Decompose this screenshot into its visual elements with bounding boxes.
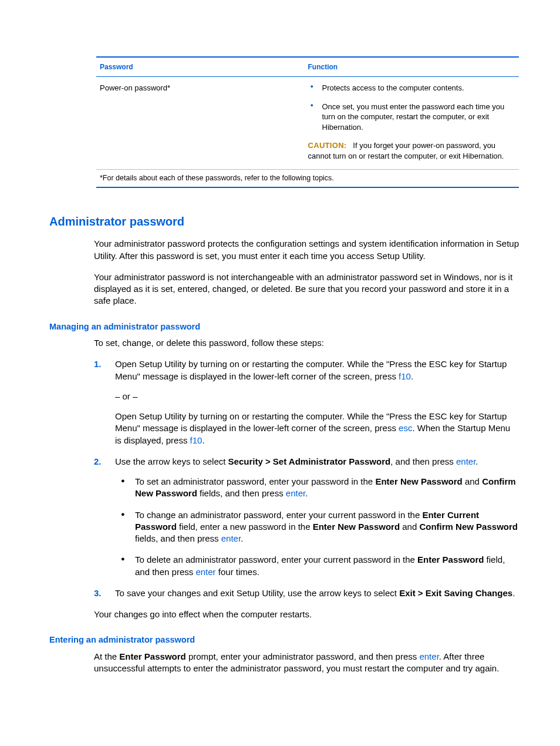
key-f10: f10 xyxy=(190,435,203,445)
bullet-text: . xyxy=(241,533,243,543)
function-item: Once set, you must enter the password ea… xyxy=(322,102,516,133)
key-enter: enter xyxy=(456,456,475,466)
header-function: Function xyxy=(305,57,519,77)
table-footnote-row: *For details about each of these passwor… xyxy=(96,170,519,187)
bullet-item: To change an administrator password, ent… xyxy=(135,509,519,545)
table-header: Password Function xyxy=(96,57,519,77)
step-text: . xyxy=(512,588,515,598)
header-password: Password xyxy=(96,57,305,77)
key-enter: enter xyxy=(286,488,305,498)
bullet-item: To set an administrator password, enter … xyxy=(135,476,519,500)
step-text: Use the arrow keys to select xyxy=(115,456,228,466)
bold-field: Confirm New Password xyxy=(419,522,518,532)
enter-text: At the xyxy=(94,651,119,661)
step-text: Open Setup Utility by turning on or rest… xyxy=(115,359,507,381)
sub-bullet-list: To set an administrator password, enter … xyxy=(115,476,519,578)
table-footnote: *For details about each of these passwor… xyxy=(96,170,519,187)
body-paragraph: Your administrator password is not inter… xyxy=(94,271,519,307)
bold-field: Enter Password xyxy=(417,555,484,564)
function-item: Protects access to the computer contents… xyxy=(322,83,516,93)
section-heading-admin-password: Administrator password xyxy=(49,214,519,230)
bullet-text: fields, and then press xyxy=(135,533,221,543)
step-text: . xyxy=(475,456,478,466)
step-or: – or – xyxy=(115,391,519,402)
key-enter: enter xyxy=(221,533,241,543)
step-text: . xyxy=(411,371,413,381)
bold-menu-path: Exit > Exit Saving Changes xyxy=(399,588,512,598)
document-page: Password Function Power-on password* Pro… xyxy=(0,0,560,746)
intro-paragraph: To set, change, or delete this password,… xyxy=(94,337,519,349)
key-enter: enter xyxy=(195,567,215,577)
after-steps-paragraph: Your changes go into effect when the com… xyxy=(94,609,519,620)
subsection-entering: Entering an administrator password xyxy=(49,634,519,646)
bullet-text: four times. xyxy=(216,567,259,577)
bullet-text: field, enter a new password in the xyxy=(177,522,313,532)
enter-text: prompt, enter your administrator passwor… xyxy=(186,651,420,661)
step-text: To save your changes and exit Setup Util… xyxy=(115,588,399,598)
key-enter: enter xyxy=(419,651,438,661)
caution-label: CAUTION: xyxy=(308,141,347,150)
bullet-text: To set an administrator password, enter … xyxy=(135,476,375,486)
bullet-text: and xyxy=(463,476,482,486)
step-text: . xyxy=(202,435,204,445)
table-row: Power-on password* Protects access to th… xyxy=(96,77,519,170)
body-paragraph: Your administrator password protects the… xyxy=(94,238,519,262)
bold-menu-path: Security > Set Administrator Password xyxy=(228,456,391,466)
bold-prompt: Enter Password xyxy=(119,651,185,661)
step-item: To save your changes and exit Setup Util… xyxy=(115,587,519,599)
bold-field: Enter New Password xyxy=(313,522,400,532)
password-function-table: Password Function Power-on password* Pro… xyxy=(96,56,519,188)
step-item: Use the arrow keys to select Security > … xyxy=(115,456,519,578)
bullet-text: To delete an administrator password, ent… xyxy=(135,555,417,564)
key-f10: f10 xyxy=(399,371,411,381)
subsection-managing: Managing an administrator password xyxy=(49,321,519,333)
step-item: Open Setup Utility by turning on or rest… xyxy=(115,358,519,446)
bullet-item: To delete an administrator password, ent… xyxy=(135,554,519,578)
bullet-text: To change an administrator password, ent… xyxy=(135,510,422,520)
bullet-text: . xyxy=(305,488,308,498)
enter-paragraph: At the Enter Password prompt, enter your… xyxy=(94,651,519,675)
cell-function-desc: Protects access to the computer contents… xyxy=(305,77,519,170)
bold-field: Enter New Password xyxy=(375,476,462,486)
steps-list: Open Setup Utility by turning on or rest… xyxy=(94,358,519,599)
bullet-text: and xyxy=(400,522,419,532)
cell-password-name: Power-on password* xyxy=(96,77,305,170)
caution-block: CAUTION: If you forget your power-on pas… xyxy=(308,140,516,161)
key-esc: esc xyxy=(399,423,412,433)
bullet-text: fields, and then press xyxy=(197,488,286,498)
step-text: , and then press xyxy=(390,456,456,466)
